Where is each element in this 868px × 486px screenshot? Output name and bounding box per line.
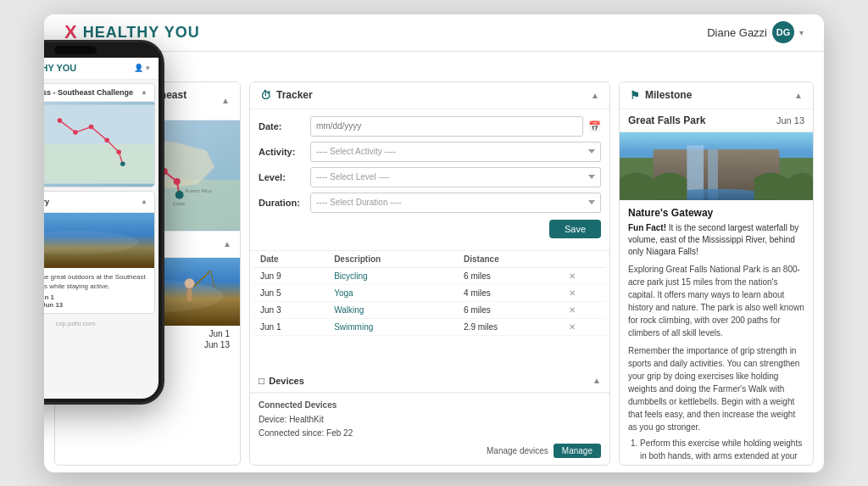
exercise-list: Perform this exercise while holding weig… (628, 437, 804, 465)
tracker-header: ⏱ Tracker ▲ (250, 82, 609, 109)
col-date: Date (253, 251, 327, 268)
save-row: Save (259, 218, 601, 243)
mobile-phone-overlay: X HEALTHY YOU 👤 ▾ Park Pass - Southeast … (44, 40, 164, 405)
phone-enrolled-row: Enrolled on: Jun 13 (44, 301, 147, 309)
tracker-form: Date: 📅 Activity: ---- Select Activity -… (250, 109, 609, 251)
phone-park-panel: Park Pass - Southeast Challenge ▲ (44, 83, 155, 187)
level-select[interactable]: ---- Select Level ---- (310, 167, 601, 187)
row4-activity-link[interactable]: Swimming (334, 322, 373, 332)
svg-text:Cuba: Cuba (173, 200, 186, 205)
row2-dist: 4 miles (457, 284, 562, 301)
row2-activity-link[interactable]: Yoga (334, 288, 353, 298)
row2-remove-icon[interactable]: ✕ (569, 288, 576, 298)
connected-since-row: Connected since: Feb 22 (259, 427, 601, 440)
date-row: Date: 📅 (259, 116, 601, 137)
svg-point-6 (104, 137, 109, 142)
phone-summary-chevron: ▲ (141, 198, 147, 205)
fun-fact: Fun Fact! It is the second largest water… (628, 222, 804, 258)
activity-row: Activity: ---- Select Activity ---- (259, 142, 601, 162)
phone-footer-url: cxp.pdhi.com (44, 317, 159, 330)
row3-desc: Walking (327, 301, 457, 318)
connected-devices-header: Connected Devices (259, 400, 601, 410)
svg-rect-1 (44, 144, 154, 184)
page-title: Challenge (64, 59, 804, 78)
col-distance: Distance (457, 251, 562, 268)
row2-desc: Yoga (327, 284, 457, 301)
phone-map-svg (44, 102, 154, 187)
phone-frame: X HEALTHY YOU 👤 ▾ Park Pass - Southeast … (44, 40, 164, 405)
manage-button[interactable]: Manage (554, 444, 601, 458)
activity-select[interactable]: ---- Select Activity ---- (310, 142, 601, 162)
phone-summary-content: Experience the great outdoors at the Sou… (44, 268, 154, 313)
park-description: Exploring Great Falls National Park is a… (628, 263, 804, 339)
table-header-row: Date Description Distance (253, 251, 606, 268)
row1-date: Jun 9 (253, 267, 327, 284)
milestone-panel: ⚑ Milestone ▲ Great Falls Park Jun 13 (619, 81, 814, 466)
phone-summary-title: 〜 Summary (44, 196, 49, 208)
row3-dist: 6 miles (457, 301, 562, 318)
milestone-header: ⚑ Milestone ▲ (620, 82, 813, 109)
park-name: Great Falls Park (628, 115, 705, 126)
devices-chevron-icon[interactable]: ▲ (593, 376, 601, 385)
table-row: Jun 3 Walking 6 miles ✕ (253, 301, 606, 318)
phone-summary-text: Experience the great outdoors at the Sou… (44, 272, 147, 291)
row1-dist: 6 miles (457, 267, 562, 284)
phone-map (44, 102, 154, 187)
user-chevron-icon: ▾ (799, 28, 804, 37)
devices-section-header: □ Devices ▲ (250, 370, 609, 393)
fun-fact-label: Fun Fact! (628, 223, 666, 232)
svg-text:Puerto Rico: Puerto Rico (186, 187, 213, 193)
row4-desc: Swimming (327, 318, 457, 335)
tracker-table: Date Description Distance Jun 9 Bicyclin… (253, 251, 606, 336)
activity-label: Activity: (259, 147, 305, 157)
tracker-title: ⏱ Tracker (260, 89, 313, 102)
calendar-icon[interactable]: 📅 (588, 120, 601, 132)
row4-date: Jun 1 (253, 318, 327, 335)
device-name-row: Device: HealthKit (259, 413, 601, 427)
row4-remove-icon[interactable]: ✕ (569, 322, 576, 332)
avatar: DG (772, 21, 794, 43)
svg-point-3 (58, 118, 63, 123)
phone-screen: X HEALTHY YOU 👤 ▾ Park Pass - Southeast … (44, 58, 159, 399)
phone-notch (44, 42, 162, 58)
park-name-row: Great Falls Park Jun 13 (620, 109, 813, 132)
svg-point-7 (116, 149, 121, 154)
svg-rect-26 (187, 288, 192, 301)
row3-activity-link[interactable]: Walking (334, 305, 364, 315)
phone-start-date-row: Start date: Jun 1 (44, 293, 147, 301)
park-pass-chevron-icon[interactable]: ▲ (221, 96, 230, 105)
phone-summary-panel: 〜 Summary ▲ (44, 191, 155, 314)
row1-desc: Bicycling (327, 267, 457, 284)
park-image-svg (620, 132, 813, 200)
row1-activity-link[interactable]: Bicycling (334, 271, 367, 281)
milestone-chevron-icon[interactable]: ▲ (794, 91, 803, 100)
svg-point-8 (120, 161, 125, 166)
park-image (620, 132, 813, 200)
row2-date: Jun 5 (253, 284, 327, 301)
svg-point-25 (185, 278, 195, 288)
level-label: Level: (259, 172, 305, 182)
park-date: Jun 13 (776, 115, 804, 126)
user-area[interactable]: Diane Gazzi DG ▾ (707, 21, 804, 43)
summary-chevron-icon[interactable]: ▲ (223, 239, 231, 249)
date-input[interactable] (310, 116, 583, 137)
phone-logo: X HEALTHY YOU (44, 62, 76, 75)
duration-select[interactable]: ---- Select Duration ---- (310, 193, 601, 213)
row1-remove-icon[interactable]: ✕ (569, 271, 576, 281)
phone-user-icon: 👤 ▾ (134, 64, 150, 72)
tracker-chevron-icon[interactable]: ▲ (591, 91, 599, 100)
save-button[interactable]: Save (549, 220, 601, 238)
devices-info: Device: HealthKit Connected since: Feb 2… (259, 413, 601, 440)
phone-logo-text: HEALTHY YOU (44, 63, 76, 73)
tracker-clock-icon: ⏱ (260, 89, 271, 102)
phone-park-panel-header: Park Pass - Southeast Challenge ▲ (44, 84, 154, 102)
phone-camera (54, 46, 97, 54)
row3-remove-icon[interactable]: ✕ (569, 305, 576, 315)
milestone-content: Nature's Gateway Fun Fact! It is the sec… (620, 200, 813, 465)
table-row: Jun 5 Yoga 4 miles ✕ (253, 284, 606, 301)
milestone-title: ⚑ Milestone (630, 89, 692, 102)
phone-top-bar: X HEALTHY YOU 👤 ▾ (44, 58, 159, 80)
table-row: Jun 9 Bicycling 6 miles ✕ (253, 267, 606, 284)
col-description: Description (327, 251, 457, 268)
milestone-flag-icon: ⚑ (630, 89, 640, 102)
